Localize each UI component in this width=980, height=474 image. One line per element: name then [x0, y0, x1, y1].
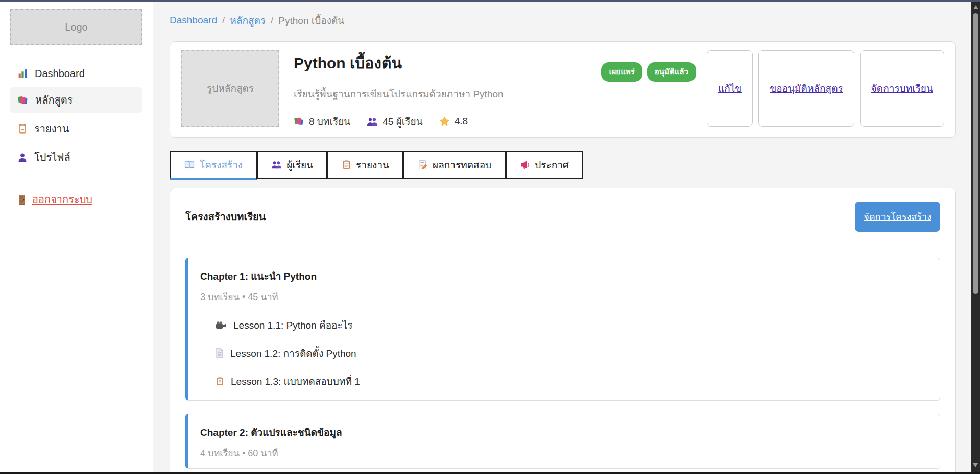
video-camera-icon [216, 321, 227, 330]
structure-divider [185, 244, 940, 244]
main-content: Dashboard / หลักสูตร / Python เบื้องต้น … [153, 2, 980, 474]
megaphone-icon [520, 160, 530, 170]
scrollbar-down-arrow[interactable] [973, 463, 978, 467]
chapter-card-1: Chapter 1: แนะนำ Python 3 บทเรียน • 45 น… [185, 258, 940, 401]
course-side-actions: เผยแพร่ อนุมัติแล้ว แก้ไข ขออนุมัติหลักส… [601, 50, 944, 127]
sidebar-item-profile[interactable]: โปรไฟล์ [10, 144, 142, 170]
lesson-list: Lesson 1.1: Python คืออะไร [216, 311, 927, 392]
request-approval-button[interactable]: ขออนุมัติหลักสูตร [758, 50, 854, 127]
sidebar-divider [10, 178, 142, 178]
course-stats: 8 บทเรียน 45 ผู้เรียน [294, 114, 587, 129]
lesson-title: Lesson 1.2: การติดตั้ง Python [230, 345, 356, 361]
person-icon [17, 152, 28, 163]
scrollbar-thumb[interactable] [973, 13, 978, 294]
tab-structure[interactable]: โครงสร้าง [170, 151, 257, 180]
sidebar: Logo Dashboard หลักสูตร [0, 2, 153, 474]
breadcrumb: Dashboard / หลักสูตร / Python เบื้องต้น [170, 13, 956, 28]
logo-text: Logo [65, 21, 88, 33]
sidebar-item-courses[interactable]: หลักสูตร [10, 87, 142, 113]
sidebar-item-label: โปรไฟล์ [34, 149, 70, 165]
breadcrumb-separator: / [222, 15, 225, 26]
sidebar-item-dashboard[interactable]: Dashboard [10, 63, 142, 85]
course-image-placeholder-label: รูปหลักสูตร [207, 81, 254, 96]
window-bottom-edge [0, 472, 980, 474]
manage-structure-button[interactable]: จัดการโครงสร้าง [855, 202, 940, 232]
logout-link[interactable]: ออกจากระบบ [17, 191, 92, 208]
edit-course-label[interactable]: แก้ไข [718, 81, 742, 96]
clipboard-icon [342, 160, 351, 170]
course-tabs: โครงสร้าง ผู้เรียน [170, 151, 956, 180]
stat-students: 45 ผู้เรียน [367, 114, 422, 129]
course-title: Python เบื้องต้น [294, 51, 587, 75]
course-description: เรียนรู้พื้นฐานการเขียนโปรแกรมด้วยภาษา P… [294, 86, 587, 102]
door-icon [17, 194, 27, 205]
tab-announcements[interactable]: ประกาศ [506, 151, 583, 179]
lesson-title: Lesson 1.3: แบบทดสอบบทที่ 1 [231, 373, 360, 389]
books-icon [294, 116, 304, 127]
sidebar-item-reports[interactable]: รายงาน [10, 115, 142, 142]
status-badge-published: เผยแพร่ [601, 62, 642, 82]
clipboard-icon [216, 376, 224, 386]
tab-students[interactable]: ผู้เรียน [257, 151, 327, 179]
logo-placeholder: Logo [10, 9, 142, 45]
users-icon [271, 160, 282, 169]
course-info: Python เบื้องต้น เรียนรู้พื้นฐานการเขียน… [294, 50, 587, 129]
tab-label: รายงาน [356, 157, 389, 172]
chapter-meta: 3 บทเรียน • 45 นาที [200, 289, 927, 304]
lesson-title: Lesson 1.1: Python คืออะไร [233, 317, 352, 333]
tab-test-results[interactable]: ผลการทดสอบ [403, 151, 506, 179]
stat-rating-label: 4.8 [455, 116, 468, 127]
lesson-row[interactable]: Lesson 1.2: การติดตั้ง Python [216, 339, 927, 367]
chapter-meta: 4 บทเรียน • 60 นาที [200, 445, 927, 460]
lesson-row[interactable]: Lesson 1.1: Python คืออะไร [216, 311, 927, 339]
sidebar-item-label: หลักสูตร [35, 92, 73, 108]
chapter-title: Chapter 2: ตัวแปรและชนิดข้อมูล [200, 425, 927, 440]
edit-course-button[interactable]: แก้ไข [707, 50, 753, 127]
bar-chart-icon [17, 68, 28, 79]
memo-pencil-icon [418, 160, 428, 170]
breadcrumb-courses[interactable]: หลักสูตร [230, 13, 266, 28]
stat-lessons-label: 8 บทเรียน [309, 114, 350, 129]
tab-label: โครงสร้าง [200, 157, 243, 172]
manage-lessons-button[interactable]: จัดการบทเรียน [860, 50, 944, 127]
structure-panel-header: โครงสร้างบทเรียน จัดการโครงสร้าง [185, 202, 940, 232]
sidebar-item-label: รายงาน [34, 120, 69, 137]
app-container: Logo Dashboard หลักสูตร [0, 2, 980, 474]
scrollbar-up-arrow[interactable] [973, 5, 978, 9]
clipboard-icon [17, 123, 28, 134]
users-icon [367, 117, 378, 127]
structure-heading: โครงสร้างบทเรียน [185, 209, 266, 225]
lesson-row[interactable]: Lesson 1.3: แบบทดสอบบทที่ 1 [216, 367, 927, 392]
open-book-icon [184, 160, 195, 169]
course-image-placeholder: รูปหลักสูตร [181, 50, 279, 127]
tab-label: ผู้เรียน [286, 157, 313, 172]
breadcrumb-current: Python เบื้องต้น [278, 13, 344, 28]
course-header-card: รูปหลักสูตร Python เบื้องต้น เรียนรู้พื้… [170, 41, 956, 138]
chapter-title: Chapter 1: แนะนำ Python [200, 268, 927, 284]
star-icon [439, 116, 450, 127]
status-badges: เผยแพร่ อนุมัติแล้ว [601, 62, 696, 82]
stat-students-label: 45 ผู้เรียน [383, 114, 422, 129]
document-icon [216, 348, 224, 358]
chapter-card-2: Chapter 2: ตัวแปรและชนิดข้อมูล 4 บทเรียน… [185, 414, 940, 469]
books-icon [17, 95, 29, 106]
request-approval-label[interactable]: ขออนุมัติหลักสูตร [770, 81, 843, 96]
tab-reports[interactable]: รายงาน [327, 151, 403, 179]
stat-lessons: 8 บทเรียน [294, 114, 350, 129]
page-scrollbar[interactable] [971, 2, 980, 472]
breadcrumb-separator: / [271, 15, 273, 26]
sidebar-item-label: Dashboard [35, 68, 85, 80]
breadcrumb-dashboard[interactable]: Dashboard [170, 15, 217, 26]
tab-label: ประกาศ [535, 157, 569, 172]
tab-label: ผลการทดสอบ [433, 157, 491, 172]
logout-label: ออกจากระบบ [32, 191, 92, 208]
structure-panel: โครงสร้างบทเรียน จัดการโครงสร้าง Chapter… [170, 188, 956, 474]
status-badge-approved: อนุมัติแล้ว [647, 62, 696, 82]
manage-lessons-label[interactable]: จัดการบทเรียน [871, 81, 933, 96]
stat-rating: 4.8 [439, 114, 468, 129]
